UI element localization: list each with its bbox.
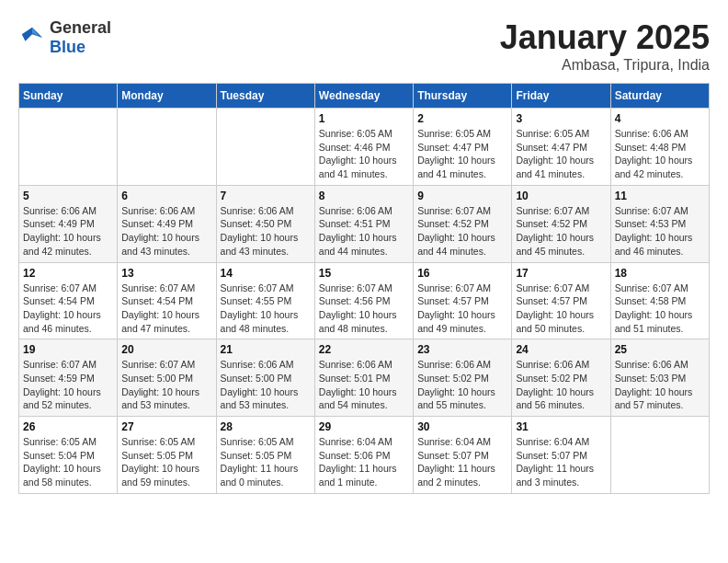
day-number: 8 bbox=[319, 190, 409, 202]
day-info: Sunrise: 6:05 AM Sunset: 5:04 PM Dayligh… bbox=[23, 435, 113, 489]
day-number: 11 bbox=[615, 190, 705, 202]
day-info: Sunrise: 6:07 AM Sunset: 4:53 PM Dayligh… bbox=[615, 204, 705, 259]
day-number: 4 bbox=[615, 112, 705, 125]
weekday-header-saturday: Saturday bbox=[610, 84, 709, 109]
day-number: 23 bbox=[417, 343, 507, 356]
calendar-cell: 17Sunrise: 6:07 AM Sunset: 4:57 PM Dayli… bbox=[512, 262, 610, 339]
day-number: 3 bbox=[516, 112, 606, 125]
calendar-week-5: 26Sunrise: 6:05 AM Sunset: 5:04 PM Dayli… bbox=[19, 417, 710, 494]
logo-icon bbox=[18, 24, 46, 52]
calendar-week-4: 19Sunrise: 6:07 AM Sunset: 4:59 PM Dayli… bbox=[19, 339, 710, 417]
day-info: Sunrise: 6:07 AM Sunset: 4:54 PM Dayligh… bbox=[23, 282, 113, 336]
title-block: January 2025 Ambasa, Tripura, India bbox=[500, 18, 710, 74]
day-number: 22 bbox=[319, 343, 409, 356]
day-number: 25 bbox=[615, 343, 705, 356]
day-info: Sunrise: 6:05 AM Sunset: 5:05 PM Dayligh… bbox=[221, 435, 311, 489]
day-info: Sunrise: 6:06 AM Sunset: 4:49 PM Dayligh… bbox=[121, 204, 211, 259]
calendar-cell bbox=[610, 417, 709, 494]
calendar-cell bbox=[19, 109, 118, 186]
day-number: 17 bbox=[516, 267, 606, 280]
day-info: Sunrise: 6:06 AM Sunset: 5:01 PM Dayligh… bbox=[319, 358, 409, 412]
day-info: Sunrise: 6:06 AM Sunset: 4:50 PM Dayligh… bbox=[221, 204, 311, 259]
weekday-header-monday: Monday bbox=[118, 84, 216, 109]
calendar-cell: 7Sunrise: 6:06 AM Sunset: 4:50 PM Daylig… bbox=[216, 185, 314, 262]
calendar-cell: 24Sunrise: 6:06 AM Sunset: 5:02 PM Dayli… bbox=[512, 339, 610, 417]
weekday-header-wednesday: Wednesday bbox=[314, 84, 413, 109]
weekday-header-thursday: Thursday bbox=[414, 84, 512, 109]
calendar-cell: 10Sunrise: 6:07 AM Sunset: 4:52 PM Dayli… bbox=[512, 185, 610, 262]
calendar-cell: 29Sunrise: 6:04 AM Sunset: 5:06 PM Dayli… bbox=[314, 417, 413, 494]
day-info: Sunrise: 6:06 AM Sunset: 5:02 PM Dayligh… bbox=[516, 358, 606, 412]
day-info: Sunrise: 6:07 AM Sunset: 4:59 PM Dayligh… bbox=[23, 358, 113, 412]
calendar-cell: 22Sunrise: 6:06 AM Sunset: 5:01 PM Dayli… bbox=[314, 339, 413, 417]
day-info: Sunrise: 6:06 AM Sunset: 5:02 PM Dayligh… bbox=[417, 358, 507, 412]
calendar-cell: 4Sunrise: 6:06 AM Sunset: 4:48 PM Daylig… bbox=[610, 109, 709, 186]
calendar-header-row: SundayMondayTuesdayWednesdayThursdayFrid… bbox=[19, 84, 710, 109]
calendar-cell: 9Sunrise: 6:07 AM Sunset: 4:52 PM Daylig… bbox=[414, 185, 512, 262]
day-number: 15 bbox=[319, 267, 409, 280]
calendar-cell: 16Sunrise: 6:07 AM Sunset: 4:57 PM Dayli… bbox=[414, 262, 512, 339]
page-title: January 2025 bbox=[500, 18, 710, 57]
day-info: Sunrise: 6:05 AM Sunset: 4:47 PM Dayligh… bbox=[417, 127, 507, 181]
day-info: Sunrise: 6:06 AM Sunset: 4:49 PM Dayligh… bbox=[23, 204, 113, 259]
weekday-header-friday: Friday bbox=[512, 84, 610, 109]
day-number: 30 bbox=[417, 420, 507, 433]
day-info: Sunrise: 6:07 AM Sunset: 4:58 PM Dayligh… bbox=[615, 282, 705, 336]
calendar-cell: 25Sunrise: 6:06 AM Sunset: 5:03 PM Dayli… bbox=[610, 339, 709, 417]
day-info: Sunrise: 6:06 AM Sunset: 4:48 PM Dayligh… bbox=[615, 127, 705, 181]
calendar-cell: 23Sunrise: 6:06 AM Sunset: 5:02 PM Dayli… bbox=[414, 339, 512, 417]
day-number: 12 bbox=[23, 267, 113, 280]
day-number: 31 bbox=[516, 420, 606, 433]
calendar-cell: 18Sunrise: 6:07 AM Sunset: 4:58 PM Dayli… bbox=[610, 262, 709, 339]
day-info: Sunrise: 6:06 AM Sunset: 5:03 PM Dayligh… bbox=[615, 358, 705, 412]
calendar-cell: 21Sunrise: 6:06 AM Sunset: 5:00 PM Dayli… bbox=[216, 339, 314, 417]
calendar-week-1: 1Sunrise: 6:05 AM Sunset: 4:46 PM Daylig… bbox=[19, 109, 710, 186]
day-number: 2 bbox=[417, 112, 507, 125]
calendar-cell: 14Sunrise: 6:07 AM Sunset: 4:55 PM Dayli… bbox=[216, 262, 314, 339]
weekday-header-sunday: Sunday bbox=[19, 84, 118, 109]
day-number: 20 bbox=[121, 343, 211, 356]
calendar-cell: 12Sunrise: 6:07 AM Sunset: 4:54 PM Dayli… bbox=[19, 262, 118, 339]
calendar-cell: 15Sunrise: 6:07 AM Sunset: 4:56 PM Dayli… bbox=[314, 262, 413, 339]
day-info: Sunrise: 6:07 AM Sunset: 4:52 PM Dayligh… bbox=[417, 204, 507, 259]
day-number: 19 bbox=[23, 343, 113, 356]
day-info: Sunrise: 6:07 AM Sunset: 4:56 PM Dayligh… bbox=[319, 282, 409, 336]
calendar-week-2: 5Sunrise: 6:06 AM Sunset: 4:49 PM Daylig… bbox=[19, 185, 710, 262]
calendar-cell: 20Sunrise: 6:07 AM Sunset: 5:00 PM Dayli… bbox=[118, 339, 216, 417]
calendar-cell: 2Sunrise: 6:05 AM Sunset: 4:47 PM Daylig… bbox=[414, 109, 512, 186]
calendar-cell bbox=[118, 109, 216, 186]
calendar-cell: 6Sunrise: 6:06 AM Sunset: 4:49 PM Daylig… bbox=[118, 185, 216, 262]
day-number: 7 bbox=[221, 190, 311, 202]
day-number: 27 bbox=[121, 420, 211, 433]
day-number: 5 bbox=[23, 190, 113, 202]
day-info: Sunrise: 6:07 AM Sunset: 5:00 PM Dayligh… bbox=[121, 358, 211, 412]
calendar-cell: 5Sunrise: 6:06 AM Sunset: 4:49 PM Daylig… bbox=[19, 185, 118, 262]
day-info: Sunrise: 6:07 AM Sunset: 4:55 PM Dayligh… bbox=[221, 282, 311, 336]
day-info: Sunrise: 6:07 AM Sunset: 4:57 PM Dayligh… bbox=[417, 282, 507, 336]
day-info: Sunrise: 6:06 AM Sunset: 5:00 PM Dayligh… bbox=[221, 358, 311, 412]
calendar-cell: 11Sunrise: 6:07 AM Sunset: 4:53 PM Dayli… bbox=[610, 185, 709, 262]
calendar-table: SundayMondayTuesdayWednesdayThursdayFrid… bbox=[18, 83, 710, 494]
day-number: 29 bbox=[319, 420, 409, 433]
day-info: Sunrise: 6:07 AM Sunset: 4:52 PM Dayligh… bbox=[516, 204, 606, 259]
day-number: 13 bbox=[121, 267, 211, 280]
day-number: 26 bbox=[23, 420, 113, 433]
day-info: Sunrise: 6:04 AM Sunset: 5:07 PM Dayligh… bbox=[417, 435, 507, 489]
day-info: Sunrise: 6:04 AM Sunset: 5:07 PM Dayligh… bbox=[516, 435, 606, 489]
day-info: Sunrise: 6:04 AM Sunset: 5:06 PM Dayligh… bbox=[319, 435, 409, 489]
calendar-cell: 19Sunrise: 6:07 AM Sunset: 4:59 PM Dayli… bbox=[19, 339, 118, 417]
day-info: Sunrise: 6:05 AM Sunset: 4:46 PM Dayligh… bbox=[319, 127, 409, 181]
calendar-cell: 3Sunrise: 6:05 AM Sunset: 4:47 PM Daylig… bbox=[512, 109, 610, 186]
day-number: 6 bbox=[121, 190, 211, 202]
calendar-cell: 8Sunrise: 6:06 AM Sunset: 4:51 PM Daylig… bbox=[314, 185, 413, 262]
day-number: 14 bbox=[221, 267, 311, 280]
day-info: Sunrise: 6:06 AM Sunset: 4:51 PM Dayligh… bbox=[319, 204, 409, 259]
day-info: Sunrise: 6:07 AM Sunset: 4:54 PM Dayligh… bbox=[121, 282, 211, 336]
logo: General Blue bbox=[18, 18, 111, 57]
day-number: 9 bbox=[417, 190, 507, 202]
day-info: Sunrise: 6:05 AM Sunset: 4:47 PM Dayligh… bbox=[516, 127, 606, 181]
calendar-cell: 31Sunrise: 6:04 AM Sunset: 5:07 PM Dayli… bbox=[512, 417, 610, 494]
calendar-cell: 27Sunrise: 6:05 AM Sunset: 5:05 PM Dayli… bbox=[118, 417, 216, 494]
page-subtitle: Ambasa, Tripura, India bbox=[500, 57, 710, 74]
calendar-week-3: 12Sunrise: 6:07 AM Sunset: 4:54 PM Dayli… bbox=[19, 262, 710, 339]
